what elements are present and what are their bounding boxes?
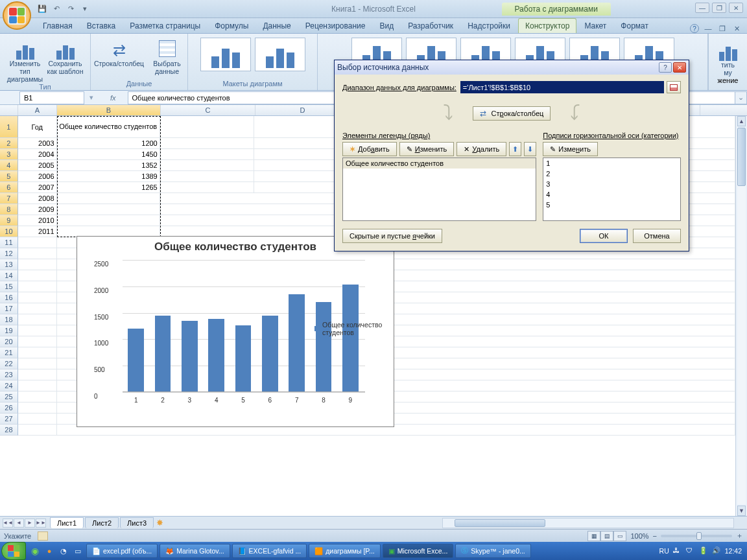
tab-layout[interactable]: Макет: [578, 19, 613, 33]
hidden-empty-cells-button[interactable]: Скрытые и пустые ячейки: [342, 229, 442, 243]
cell[interactable]: 2005: [18, 160, 57, 171]
page-layout-view-icon[interactable]: ▤: [600, 531, 613, 541]
tray-shield-icon[interactable]: 🛡: [686, 546, 695, 555]
task-btn-3[interactable]: 📘EXCEL-gfafvid ...: [232, 544, 307, 558]
undo-icon[interactable]: ↶: [51, 3, 62, 15]
task-btn-5[interactable]: ▣Microsoft Exce...: [383, 544, 454, 558]
cell-B1[interactable]: Общее количество студентов: [57, 116, 160, 138]
series-listbox[interactable]: Общее количество студентов: [342, 158, 536, 221]
cell[interactable]: [18, 303, 57, 314]
cell-A1[interactable]: Год: [18, 116, 57, 138]
cell[interactable]: [18, 259, 57, 270]
cell[interactable]: [18, 414, 57, 425]
ql-utorrent-icon[interactable]: ◉: [29, 544, 42, 558]
close-button[interactable]: ✕: [729, 3, 743, 13]
cell[interactable]: [18, 270, 57, 281]
row-header[interactable]: 20: [0, 336, 18, 347]
series-edit-button[interactable]: ✎Изменить: [399, 142, 455, 156]
cell[interactable]: [18, 402, 57, 414]
tab-insert[interactable]: Вставка: [80, 19, 123, 33]
task-btn-4[interactable]: 🟧диаграммы [P...: [309, 544, 381, 558]
zoom-out-icon[interactable]: −: [653, 532, 657, 540]
normal-view-icon[interactable]: ▦: [587, 531, 600, 541]
select-all-corner[interactable]: [0, 105, 18, 115]
row-header[interactable]: 12: [0, 248, 18, 259]
row-header[interactable]: 18: [0, 314, 18, 325]
row-header[interactable]: 15: [0, 281, 18, 292]
insert-sheet-icon[interactable]: ✸: [156, 518, 163, 528]
vertical-scrollbar[interactable]: ▲ ▼: [735, 116, 747, 516]
dialog-help-button[interactable]: ?: [659, 62, 672, 73]
categories-edit-button[interactable]: ✎Изменить: [543, 142, 598, 156]
sheet-nav-first-icon[interactable]: ◄◄: [3, 519, 13, 528]
embedded-chart[interactable]: Общее количество студентов 0500100015002…: [77, 236, 394, 427]
cell[interactable]: [160, 138, 254, 149]
cell[interactable]: [18, 314, 57, 325]
cell[interactable]: [18, 425, 57, 436]
name-box[interactable]: B1: [19, 91, 84, 104]
row-header[interactable]: 10: [0, 226, 18, 237]
task-btn-6[interactable]: ⓈSkype™ - jane0...: [455, 544, 530, 558]
redo-icon[interactable]: ↷: [65, 3, 77, 15]
row-header[interactable]: 5: [0, 171, 18, 182]
sheet-nav-next-icon[interactable]: ►: [25, 519, 35, 528]
tab-pagelayout[interactable]: Разметка страницы: [123, 19, 207, 33]
cell[interactable]: 2008: [18, 193, 57, 204]
cell[interactable]: 2006: [18, 171, 57, 182]
row-header[interactable]: 14: [0, 270, 18, 281]
chart-legend[interactable]: Общее количество студентов: [314, 321, 388, 336]
sheet-tab-2[interactable]: Лист2: [85, 517, 119, 528]
categories-listbox[interactable]: 1 2 3 4 5: [543, 158, 681, 221]
hscroll-thumb[interactable]: [455, 519, 545, 527]
cell[interactable]: 2011: [18, 226, 57, 237]
qat-dropdown-icon[interactable]: ▾: [79, 3, 91, 15]
cell[interactable]: 2003: [18, 138, 57, 149]
cell[interactable]: [18, 325, 57, 336]
tab-home[interactable]: Главная: [36, 19, 79, 33]
tray-lang[interactable]: RU: [659, 547, 669, 555]
move-chart-icon[interactable]: [717, 38, 740, 61]
cell[interactable]: 2007: [18, 182, 57, 193]
start-button[interactable]: [1, 542, 26, 560]
tab-data[interactable]: Данные: [256, 19, 297, 33]
switch-row-column-dialog-button[interactable]: ⇄ Строка/столбец: [473, 106, 551, 121]
workbook-minimize-icon[interactable]: —: [703, 24, 713, 33]
scroll-down-icon[interactable]: ▼: [737, 506, 746, 516]
cell[interactable]: [18, 358, 57, 369]
fx-icon[interactable]: fx: [99, 94, 128, 102]
cell[interactable]: [160, 182, 254, 193]
row-header[interactable]: 2: [0, 138, 18, 149]
row-header[interactable]: 21: [0, 347, 18, 358]
save-icon[interactable]: 💾: [36, 3, 48, 15]
scroll-thumb[interactable]: [737, 128, 746, 186]
cell[interactable]: [18, 336, 57, 347]
page-break-view-icon[interactable]: ▭: [613, 531, 626, 541]
restore-button[interactable]: ❐: [712, 3, 726, 13]
save-as-template-button[interactable]: Сохранить как шаблон: [47, 35, 84, 83]
tray-battery-icon[interactable]: 🔋: [699, 546, 708, 555]
switch-row-column-button[interactable]: ⇄ Строка/столбец: [93, 35, 145, 75]
tab-review[interactable]: Рецензирование: [299, 19, 372, 33]
tab-format[interactable]: Формат: [614, 19, 655, 33]
tab-addins[interactable]: Надстройки: [461, 19, 517, 33]
series-add-button[interactable]: ✶Добавить: [342, 142, 397, 156]
row-header[interactable]: 19: [0, 325, 18, 336]
formula-bar-expand-icon[interactable]: ⌄: [735, 91, 747, 104]
tray-network-icon[interactable]: 🖧: [673, 546, 682, 555]
cancel-button[interactable]: Отмена: [633, 229, 681, 243]
category-item[interactable]: 2: [543, 169, 680, 179]
cell[interactable]: [18, 292, 57, 303]
macro-record-icon[interactable]: [38, 531, 48, 541]
cell-C1[interactable]: [160, 116, 254, 138]
cell[interactable]: 1265: [57, 182, 160, 193]
ql-chrome-icon[interactable]: ◔: [57, 544, 70, 558]
category-item[interactable]: 3: [543, 179, 680, 189]
office-button[interactable]: [3, 1, 31, 30]
cell[interactable]: [18, 248, 57, 259]
row-header[interactable]: 22: [0, 358, 18, 369]
cell[interactable]: [57, 193, 160, 204]
task-btn-2[interactable]: 🦊Marina Glotov...: [160, 544, 230, 558]
workbook-close-icon[interactable]: ✕: [731, 24, 742, 33]
col-header-B[interactable]: B: [57, 105, 161, 115]
data-range-input[interactable]: ='Лист1'!$B$1:$B$10: [460, 81, 664, 93]
